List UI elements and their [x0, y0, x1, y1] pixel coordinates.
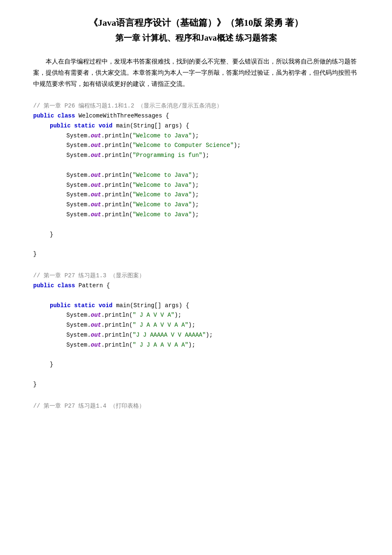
code-line-4: System.out.println("Welcome to Java"); [66, 171, 359, 181]
code-section-2: // 第一章 P27 练习题1.3 （显示图案） public class Pa… [33, 272, 359, 390]
pattern-line-3: System.out.println("J J AAAAA V V AAAAA"… [66, 330, 359, 340]
method-decl-1: public static void main(String[] args) { [50, 121, 359, 131]
code-section-1: // 第一章 P26 编程练习题1.1和1.2 （显示三条消息/显示五条消息） … [33, 102, 359, 259]
pattern-line-2: System.out.println(" J A A V V A A"); [66, 320, 359, 330]
code-line-3: System.out.println("Programming is fun")… [66, 151, 359, 161]
pattern-line-1: System.out.println(" J A V V A"); [66, 311, 359, 320]
close-method-2: } [50, 360, 359, 370]
page-title-sub: 第一章 计算机、程序和Java概述 练习题答案 [33, 32, 359, 44]
close-class-2: } [33, 380, 359, 390]
comment-2: // 第一章 P27 练习题1.3 （显示图案） [33, 272, 359, 279]
code-section-3: // 第一章 P27 练习题1.4 （打印表格） [33, 402, 359, 410]
code-line-8: System.out.println("Welcome to Java"); [66, 210, 359, 220]
intro-paragraph: 本人在自学编程过程中，发现本书答案很难找，找到的要么不完整、要么错误百出，所以我… [33, 56, 359, 90]
class-decl-2: public class Pattern { [33, 281, 359, 291]
close-class-1: } [33, 249, 359, 259]
close-method-1: } [50, 230, 359, 240]
code-line-1: System.out.println("Welcome to Java"); [66, 131, 359, 141]
page-header: 《Java语言程序设计（基础篇）》（第10版 梁勇 著） 第一章 计算机、程序和… [33, 17, 359, 44]
code-block-2: public class Pattern { public static voi… [33, 281, 359, 390]
code-line-5: System.out.println("Welcome to Java"); [66, 181, 359, 191]
code-line-2: System.out.println("Welcome to Computer … [66, 141, 359, 151]
comment-1: // 第一章 P26 编程练习题1.1和1.2 （显示三条消息/显示五条消息） [33, 102, 359, 110]
comment-3: // 第一章 P27 练习题1.4 （打印表格） [33, 402, 359, 410]
class-decl-1: public class WelcomeWithThreeMessages { [33, 111, 359, 121]
code-line-7: System.out.println("Welcome to Java"); [66, 200, 359, 210]
code-block-1: public class WelcomeWithThreeMessages { … [33, 111, 359, 259]
method-decl-2: public static void main(String[] args) { [50, 301, 359, 311]
page-title-main: 《Java语言程序设计（基础篇）》（第10版 梁勇 著） [33, 17, 359, 29]
code-line-6: System.out.println("Welcome to Java"); [66, 190, 359, 200]
pattern-line-4: System.out.println(" J J A A V A A"); [66, 340, 359, 350]
